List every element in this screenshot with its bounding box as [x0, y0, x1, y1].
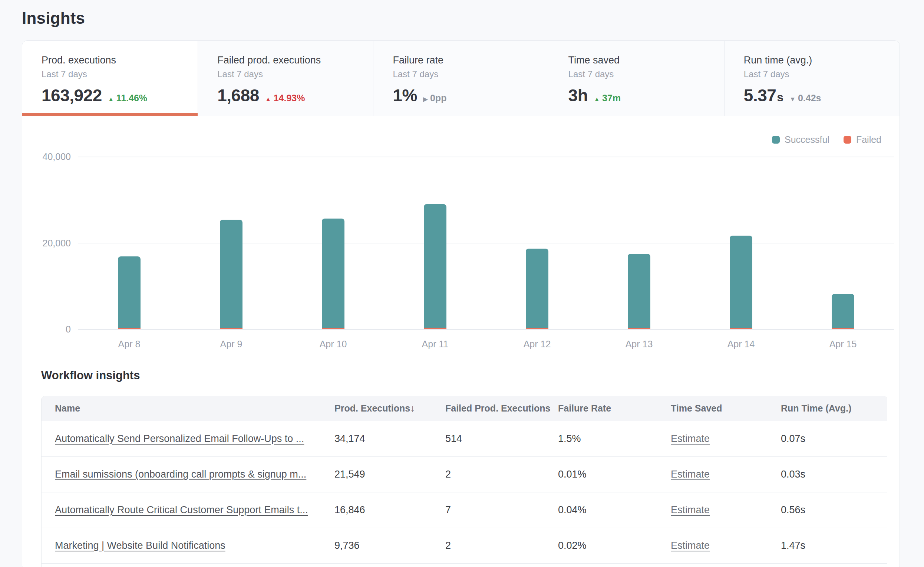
bar-apr-9 [180, 220, 282, 329]
cell-run-time: 0.56s [781, 492, 887, 528]
estimate-link[interactable]: Estimate [671, 504, 710, 516]
column-header-name[interactable]: Name [42, 396, 334, 421]
y-axis-tick-label: 20,000 [26, 238, 71, 248]
bar-apr-15 [792, 294, 894, 329]
legend-label: Failed [856, 134, 881, 145]
card-value-unit: s [777, 90, 783, 104]
cell-prod-executions: 21,549 [334, 456, 446, 492]
x-axis-tick-label: Apr 10 [320, 339, 347, 350]
bar-apr-12 [486, 249, 588, 329]
bar-apr-11 [384, 204, 486, 329]
trend-up-icon: ▲ [265, 96, 272, 103]
card-time-saved[interactable]: Time saved Last 7 days 3h ▲37m [549, 41, 724, 116]
workflow-link[interactable]: Automatically Send Personalized Email Fo… [55, 433, 304, 444]
bar-segment-failed [628, 328, 650, 329]
workflow-link[interactable]: Marketing | Website Build Notifications [55, 540, 225, 551]
card-title: Run time (avg.) [744, 54, 892, 66]
page-title: Insights [22, 9, 85, 27]
legend-item-successful[interactable]: Successful [772, 134, 830, 145]
table-row: Marketing | Website Build Notifications … [42, 528, 887, 563]
card-subtitle: Last 7 days [217, 69, 366, 80]
cell-run-time: 1.47s [781, 528, 887, 563]
legend-label: Successful [784, 134, 830, 145]
card-delta: ▲37m [594, 93, 621, 104]
card-delta: ▼0.42s [789, 93, 821, 104]
cell-failure-rate: 0.01% [558, 456, 671, 492]
gridline [78, 329, 894, 330]
table-row: Email sumissions (onboarding call prompt… [42, 456, 887, 492]
bar-apr-8 [78, 256, 180, 329]
card-value: 3h [568, 85, 588, 105]
executions-bar-chart: 020,00040,000SuccessfulFailedApr 8Apr 9A… [22, 116, 900, 361]
bar-segment-failed [220, 328, 243, 329]
legend-item-failed[interactable]: Failed [843, 134, 881, 145]
x-axis-tick-label: Apr 15 [830, 339, 857, 350]
cell-failure-rate: 1.5% [558, 421, 671, 456]
card-subtitle: Last 7 days [568, 69, 717, 80]
cell-failed-prod-executions: 514 [446, 421, 558, 456]
legend-swatch-icon [843, 136, 851, 144]
card-value: 1% [393, 85, 417, 105]
column-header-prod-executions[interactable]: Prod. Executions↓ [334, 396, 446, 421]
bar-segment-successful [832, 294, 854, 328]
workflow-insights-heading: Workflow insights [41, 369, 140, 382]
column-header-failed-prod-executions[interactable]: Failed Prod. Executions [446, 396, 558, 421]
bar-segment-successful [118, 256, 141, 328]
trend-up-icon: ▲ [108, 96, 114, 103]
bar-segment-successful [730, 236, 752, 328]
x-axis-tick-label: Apr 12 [524, 339, 551, 350]
bar-segment-failed [730, 328, 752, 329]
card-title: Prod. executions [42, 54, 190, 66]
card-failure-rate[interactable]: Failure rate Last 7 days 1% ▶0pp [373, 41, 548, 116]
card-failed-prod-executions[interactable]: Failed prod. executions Last 7 days 1,68… [198, 41, 373, 116]
bar-apr-14 [690, 236, 792, 329]
card-title: Failed prod. executions [217, 54, 366, 66]
sort-descending-icon: ↓ [410, 403, 415, 414]
column-header-failure-rate[interactable]: Failure Rate [558, 396, 671, 421]
x-axis-tick-label: Apr 8 [118, 339, 141, 350]
bar-segment-successful [628, 254, 650, 328]
column-header-time-saved[interactable]: Time Saved [671, 396, 781, 421]
x-axis-tick-label: Apr 11 [422, 339, 448, 350]
bar-segment-successful [526, 249, 548, 328]
cell-failure-rate: 0.02% [558, 528, 671, 563]
estimate-link[interactable]: Estimate [671, 540, 710, 551]
estimate-link[interactable]: Estimate [671, 433, 710, 444]
card-run-time-avg[interactable]: Run time (avg.) Last 7 days 5.37s ▼0.42s [724, 41, 900, 116]
card-delta: ▲11.46% [108, 93, 147, 104]
y-axis-tick-label: 40,000 [26, 151, 71, 162]
legend-swatch-icon [772, 136, 780, 144]
bar-segment-failed [424, 328, 446, 329]
bar-apr-10 [282, 218, 384, 329]
card-subtitle: Last 7 days [744, 69, 892, 80]
cell-failed-prod-executions: 2 [446, 528, 558, 563]
bar-segment-successful [220, 220, 243, 328]
trend-down-icon: ▼ [789, 96, 796, 103]
column-header-run-time[interactable]: Run Time (Avg.) [781, 396, 887, 421]
card-title: Time saved [568, 54, 717, 66]
bar-segment-failed [118, 328, 141, 329]
workflow-insights-table: Name Prod. Executions↓ Failed Prod. Exec… [41, 396, 887, 567]
chart-legend: SuccessfulFailed [772, 134, 881, 145]
cell-prod-executions: 16,846 [334, 492, 446, 528]
cell-run-time: 0.03s [781, 456, 887, 492]
workflow-link[interactable]: Automatically Route Critical Customer Su… [55, 504, 308, 516]
bar-segment-failed [526, 328, 548, 329]
card-prod-executions[interactable]: Prod. executions Last 7 days 163,922 ▲11… [22, 41, 198, 116]
trend-up-icon: ▲ [594, 96, 600, 103]
bar-segment-failed [832, 328, 854, 329]
card-title: Failure rate [393, 54, 541, 66]
card-subtitle: Last 7 days [42, 69, 190, 80]
workflow-link[interactable]: Email sumissions (onboarding call prompt… [55, 469, 306, 480]
table-header-row: Name Prod. Executions↓ Failed Prod. Exec… [42, 396, 887, 421]
estimate-link[interactable]: Estimate [671, 469, 710, 480]
bar-segment-successful [424, 204, 446, 328]
bar-apr-13 [588, 254, 690, 329]
metric-cards-row: Prod. executions Last 7 days 163,922 ▲11… [22, 41, 900, 116]
trend-neutral-icon: ▶ [423, 95, 428, 103]
y-axis-tick-label: 0 [26, 324, 71, 335]
gridline [78, 156, 894, 157]
card-value: 163,922 [42, 85, 102, 105]
table-row: Automatically Route Critical Customer Su… [42, 492, 887, 528]
x-axis-tick-label: Apr 14 [728, 339, 755, 350]
